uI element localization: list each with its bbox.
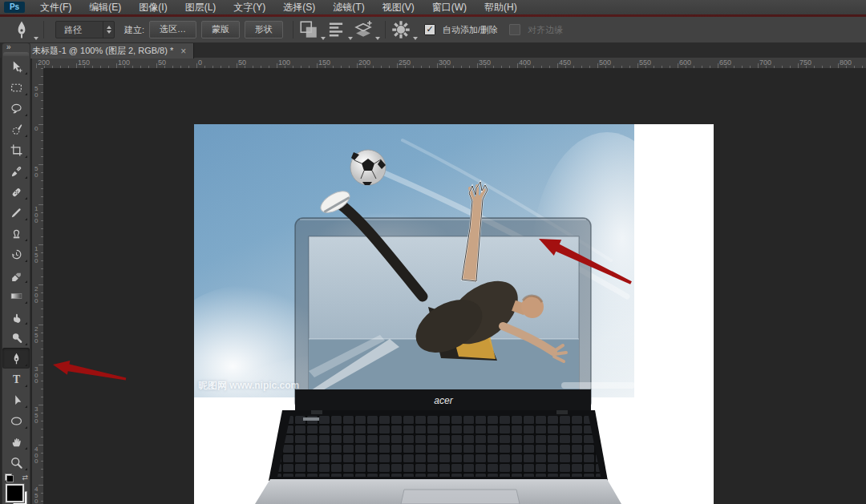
h-ruler-label: 450 [559, 58, 571, 67]
smudge-tool[interactable] [2, 306, 30, 327]
h-ruler-label: 750 [799, 58, 811, 67]
document-tab-bar: 未标题-1 @ 100% (图层 2, RGB/8) * × [0, 42, 866, 58]
zoom-tool[interactable] [2, 452, 30, 473]
make-selection-button[interactable]: 选区… [149, 21, 196, 38]
brush-tool[interactable] [2, 202, 30, 223]
close-icon[interactable]: × [180, 46, 186, 57]
photoshop-logo: Ps [4, 2, 25, 13]
h-ruler-label: 50 [238, 58, 246, 67]
h-ruler-label: 600 [679, 58, 691, 67]
photo-id-watermark [561, 382, 635, 389]
pen-tool[interactable] [2, 348, 30, 369]
h-ruler-label: 550 [639, 58, 651, 67]
path-arrangement-icon [353, 19, 374, 40]
eraser-tool[interactable] [2, 264, 30, 285]
gradient-tool[interactable] [2, 285, 30, 306]
v-ruler-label: 250 [34, 326, 40, 345]
dodge-tool[interactable] [2, 327, 30, 348]
v-ruler-label: 50 [34, 86, 40, 98]
h-ruler-label: 200 [358, 58, 370, 67]
path-alignment-button[interactable] [326, 21, 346, 38]
make-label: 建立: [124, 24, 144, 36]
v-ruler-label: 50 [34, 166, 40, 178]
h-ruler-label: 250 [399, 58, 411, 67]
make-mask-button[interactable]: 蒙版 [201, 21, 240, 38]
align-edges-checkbox[interactable] [509, 24, 520, 35]
chevron-down-icon[interactable] [34, 37, 38, 40]
pen-tool-preset-button[interactable] [11, 21, 32, 38]
path-operations-button[interactable] [298, 21, 319, 38]
auto-add-delete-checkbox[interactable]: ✓ [424, 24, 435, 35]
foreground-color-swatch[interactable] [6, 484, 24, 502]
color-swatches: ⇄ [2, 474, 30, 504]
menu-bar: Ps 文件(F)编辑(E)图像(I)图层(L)文字(Y)选择(S)滤镜(T)视图… [0, 0, 866, 14]
menu-item-file[interactable]: 文件(F) [31, 0, 80, 14]
h-ruler-label: 200 [38, 58, 50, 67]
h-ruler-label: 150 [318, 58, 330, 67]
rectangular-marquee-tool[interactable] [2, 77, 30, 98]
v-ruler-label: 200 [34, 286, 40, 304]
hand-tool[interactable] [2, 431, 30, 452]
align-edges-label: 对齐边缘 [528, 24, 563, 36]
h-ruler-label: 300 [439, 58, 451, 67]
laptop-body [255, 410, 621, 504]
chevron-down-icon[interactable] [375, 37, 380, 40]
collapse-panel-button[interactable]: » [2, 43, 30, 52]
v-ruler-label: 400 [34, 446, 40, 465]
clone-stamp-tool[interactable] [2, 223, 30, 244]
canvas-viewport[interactable]: acer [43, 68, 866, 504]
quick-selection-tool[interactable] [2, 119, 30, 139]
gear-icon [391, 19, 411, 40]
h-ruler-label: 0 [198, 58, 202, 67]
spinner-arrows-icon[interactable] [103, 22, 114, 38]
spot-healing-brush-tool[interactable] [2, 181, 30, 202]
h-ruler-label: 350 [479, 58, 491, 67]
document-tab[interactable]: 未标题-1 @ 100% (图层 2, RGB/8) * × [24, 42, 194, 58]
v-ruler-label: 100 [34, 206, 40, 224]
h-ruler-label: 650 [719, 58, 731, 67]
move-tool[interactable] [2, 56, 30, 77]
default-colors-icon[interactable] [5, 474, 14, 482]
tool-options-bar: 路径 建立: 选区…蒙版形状 ✓ 自动添加/删除 对齐边缘 [0, 17, 866, 43]
menu-item-view[interactable]: 视图(V) [374, 0, 423, 14]
swap-colors-icon[interactable]: ⇄ [22, 474, 28, 482]
h-ruler-label: 500 [599, 58, 611, 67]
menu-item-filter[interactable]: 滤镜(T) [324, 0, 373, 14]
lasso-tool[interactable] [2, 98, 30, 119]
path-operations-icon [298, 19, 319, 40]
ellipse-tool[interactable] [2, 410, 30, 431]
h-ruler-label: 700 [759, 58, 771, 67]
menu-item-image[interactable]: 图像(I) [130, 0, 176, 14]
h-ruler-label: 800 [840, 58, 852, 67]
tools-panel: » T ⇄ [2, 42, 30, 504]
menu-item-select[interactable]: 选择(S) [274, 0, 324, 14]
menu-item-window[interactable]: 窗口(W) [423, 0, 475, 14]
tool-mode-select[interactable]: 路径 [55, 21, 115, 38]
v-ruler-label: 450 [34, 486, 40, 504]
menu-item-edit[interactable]: 编辑(E) [80, 0, 130, 14]
menu-item-type[interactable]: 文字(Y) [225, 0, 274, 14]
canvas[interactable]: acer [194, 124, 714, 504]
vertical-ruler[interactable]: 50050100150200250300350400450 [32, 68, 44, 504]
h-ruler-label: 400 [519, 58, 531, 67]
document-window: 2001501005005010015020025030035040045050… [32, 58, 866, 504]
eyedropper-tool[interactable] [2, 160, 30, 181]
horizontal-ruler[interactable]: 2001501005005010015020025030035040045050… [32, 58, 866, 69]
svg-text:T: T [12, 373, 19, 385]
make-shape-button[interactable]: 形状 [245, 21, 283, 38]
chevron-down-icon[interactable] [413, 37, 418, 40]
acer-logo: acer [434, 395, 453, 406]
crop-tool[interactable] [2, 139, 30, 160]
v-ruler-label: 350 [34, 406, 40, 425]
h-ruler-label: 50 [158, 58, 166, 67]
photo-watermark: 昵图网 www.nipic.com [198, 379, 299, 393]
path-selection-tool[interactable] [2, 389, 30, 410]
pen-options-gear-button[interactable] [391, 21, 411, 38]
menu-item-help[interactable]: 帮助(H) [475, 0, 526, 14]
auto-add-delete-label: 自动添加/删除 [443, 24, 498, 36]
document-tab-title: 未标题-1 @ 100% (图层 2, RGB/8) * [32, 45, 173, 57]
path-arrangement-button[interactable] [353, 21, 374, 38]
menu-item-layer[interactable]: 图层(L) [176, 0, 225, 14]
history-brush-tool[interactable] [2, 244, 30, 264]
type-tool[interactable]: T [2, 369, 30, 389]
